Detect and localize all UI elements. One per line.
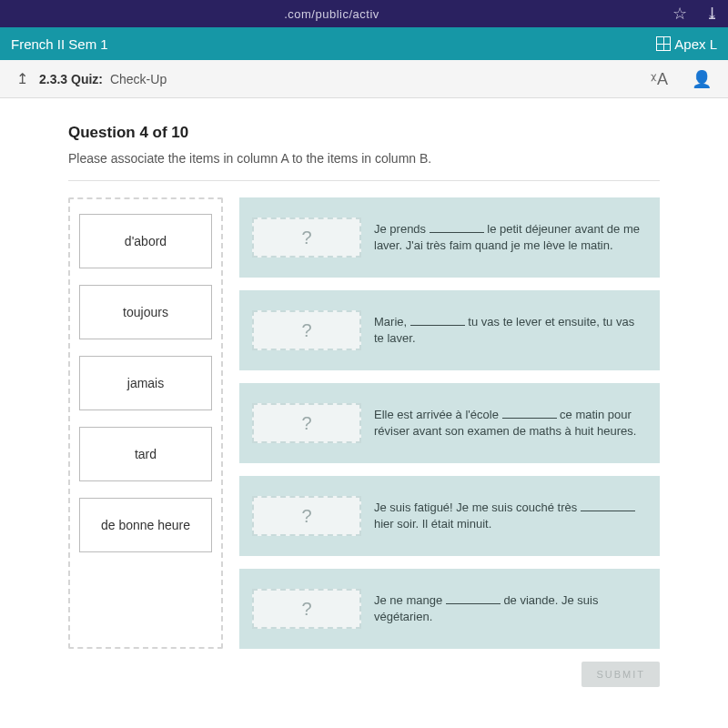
drop-zone[interactable]: ? <box>252 403 361 443</box>
drop-zone[interactable]: ? <box>252 589 361 629</box>
course-header: French II Sem 1 Apex L <box>0 27 728 60</box>
bookmark-star-icon[interactable]: ☆ <box>672 4 687 24</box>
column-a: d'abord toujours jamais tard de bonne he… <box>68 197 223 649</box>
choice-item[interactable]: toujours <box>79 285 212 339</box>
target-text: Elle est arrivée à l'école ce matin pour… <box>374 407 647 440</box>
choice-item[interactable]: jamais <box>79 356 212 410</box>
quiz-header-bar: ↥ 2.3.3 Quiz: Check-Up ᵡA 👤 <box>0 60 728 98</box>
target-row: ? Je suis fatigué! Je me suis couché trè… <box>239 476 660 556</box>
reader-icon[interactable]: 👤 <box>692 69 712 89</box>
question-number: Question 4 of 10 <box>68 124 660 142</box>
drop-zone[interactable]: ? <box>252 310 361 350</box>
apex-logo-label: Apex L <box>674 36 717 52</box>
submit-button[interactable]: SUBMIT <box>581 662 660 687</box>
download-icon[interactable]: ⤓ <box>705 4 719 24</box>
target-row: ? Elle est arrivée à l'école ce matin po… <box>239 383 660 463</box>
back-up-icon[interactable]: ↥ <box>16 70 28 87</box>
browser-url-bar: .com/public/activ ☆ ⤓ <box>0 0 728 27</box>
target-row: ? Marie, tu vas te lever et ensuite, tu … <box>239 290 660 370</box>
target-text: Je prends le petit déjeuner avant de me … <box>374 221 647 254</box>
target-row: ? Je ne mange de viande. Je suis végétar… <box>239 569 660 649</box>
target-text: Marie, tu vas te lever et ensuite, tu va… <box>374 314 647 347</box>
apex-logo[interactable]: Apex L <box>656 36 717 52</box>
translate-icon[interactable]: ᵡA <box>651 69 668 89</box>
matching-area: d'abord toujours jamais tard de bonne he… <box>68 197 660 649</box>
target-text: Je suis fatigué! Je me suis couché très … <box>374 500 647 532</box>
apex-logo-icon <box>656 36 671 51</box>
choice-item[interactable]: tard <box>79 427 212 481</box>
drop-zone[interactable]: ? <box>252 496 361 536</box>
target-text: Je ne mange de viande. Je suis végétarie… <box>374 592 647 625</box>
choice-item[interactable]: d'abord <box>79 214 212 268</box>
footer: SUBMIT <box>68 649 660 700</box>
choice-item[interactable]: de bonne heure <box>79 498 212 552</box>
quiz-title: 2.3.3 Quiz: Check-Up <box>39 72 627 86</box>
url-fragment: .com/public/activ <box>9 7 654 21</box>
column-b: ? Je prends le petit déjeuner avant de m… <box>239 197 660 649</box>
content-area: Question 4 of 10 Please associate the it… <box>0 98 728 728</box>
target-row: ? Je prends le petit déjeuner avant de m… <box>239 197 660 278</box>
drop-zone[interactable]: ? <box>252 217 361 258</box>
question-prompt: Please associate the items in column A t… <box>68 151 660 181</box>
course-title: French II Sem 1 <box>11 36 108 52</box>
